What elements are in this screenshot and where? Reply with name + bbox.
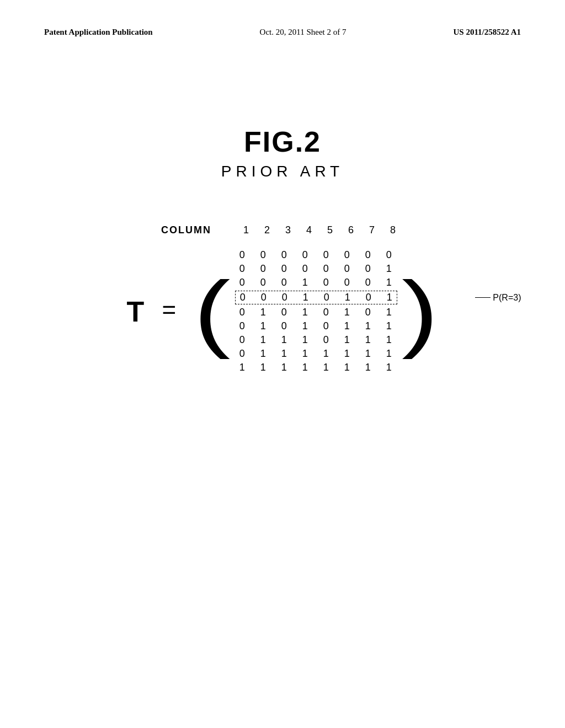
matrix-cell: 0 — [279, 263, 289, 275]
matrix-cell: 1 — [342, 362, 352, 373]
matrix-cell: 1 — [258, 307, 268, 318]
matrix-cell: 0 — [363, 277, 373, 288]
matrix-cell: 0 — [237, 307, 247, 318]
matrix-cell: 0 — [321, 320, 331, 332]
p-line — [475, 297, 491, 298]
matrix-cell: 1 — [384, 320, 394, 332]
header: Patent Application Publication Oct. 20, … — [44, 28, 521, 37]
matrix-cell: 1 — [363, 348, 373, 360]
figure-title-area: FIG.2 PRIOR ART — [44, 125, 521, 180]
matrix-cell: 0 — [300, 249, 310, 261]
column-number: 3 — [283, 224, 293, 236]
matrix-cell: 1 — [258, 362, 268, 373]
matrix-cell: 0 — [237, 249, 247, 261]
matrix-cell: 1 — [300, 307, 310, 318]
column-numbers: 12345678 — [233, 224, 398, 236]
matrix-cell: 1 — [363, 320, 373, 332]
matrix-data-row: 01110111 — [237, 334, 395, 346]
matrix-cell: 0 — [300, 263, 310, 275]
matrix-cell: 0 — [321, 249, 331, 261]
matrix-cell: 1 — [385, 292, 395, 303]
matrix-cell: 1 — [279, 348, 289, 360]
matrix-cell: 0 — [279, 277, 289, 288]
matrix-cell: 0 — [322, 292, 332, 303]
matrix-cell: 0 — [384, 249, 394, 261]
matrix-wrapper: ( 00000000000000010001000100010101010101… — [194, 246, 438, 377]
matrix-data-row: 11111111 — [237, 362, 395, 373]
matrix-cell: 1 — [300, 362, 310, 373]
matrix-cell: 0 — [237, 348, 247, 360]
matrix-cell: 0 — [364, 292, 374, 303]
column-number: 5 — [325, 224, 335, 236]
matrix-bracket-left: ( — [194, 269, 231, 355]
matrix-bracket-right: ) — [402, 269, 439, 355]
matrix-cell: 0 — [321, 263, 331, 275]
matrix-cell: 1 — [279, 362, 289, 373]
diagram-area: COLUMN 12345678 T = ( 000000000000000100… — [44, 224, 521, 377]
matrix-cell: 1 — [343, 292, 353, 303]
matrix-cell: 0 — [279, 307, 289, 318]
matrix-cell: 1 — [258, 348, 268, 360]
column-number: 4 — [304, 224, 314, 236]
matrix-cell: 1 — [342, 307, 352, 318]
matrix-data-row: 01111111 — [237, 348, 395, 360]
header-patent-number: US 2011/258522 A1 — [453, 28, 521, 37]
matrix-cell: 0 — [363, 249, 373, 261]
matrix-cell: 0 — [237, 263, 247, 275]
matrix-cell: 1 — [300, 320, 310, 332]
header-date-sheet: Oct. 20, 2011 Sheet 2 of 7 — [260, 28, 347, 37]
matrix-cell: 1 — [384, 307, 394, 318]
page: Patent Application Publication Oct. 20, … — [0, 0, 565, 728]
header-publication-label: Patent Application Publication — [44, 28, 153, 37]
matrix-cell: 1 — [279, 334, 289, 346]
matrix-cell: 0 — [321, 277, 331, 288]
column-label: COLUMN — [156, 224, 211, 236]
matrix-cell: 1 — [300, 334, 310, 346]
column-number: 2 — [262, 224, 272, 236]
matrix-data-row: 00000000 — [237, 249, 395, 261]
matrix-cell: 0 — [237, 320, 247, 332]
matrix-cell: 0 — [258, 249, 268, 261]
matrix-cell: 0 — [363, 263, 373, 275]
column-number: 1 — [241, 224, 251, 236]
matrix-cell: 1 — [342, 348, 352, 360]
matrix-cell: 1 — [301, 292, 311, 303]
column-number: 6 — [346, 224, 356, 236]
matrix-cell: 1 — [300, 277, 310, 288]
matrix-cell: 1 — [300, 348, 310, 360]
p-annotation: P(R=3) — [475, 293, 521, 303]
matrix-cell: 1 — [321, 362, 331, 373]
matrix-cell: 0 — [259, 292, 269, 303]
matrix-container: ( 00000000000000010001000100010101010101… — [194, 246, 438, 377]
matrix-cell: 1 — [384, 263, 394, 275]
matrix-cell: 1 — [342, 334, 352, 346]
matrix-cell: 0 — [342, 277, 352, 288]
matrix-cell: 0 — [258, 263, 268, 275]
matrix-cell: 1 — [237, 362, 247, 373]
matrix-data-row: 01010101 — [237, 307, 395, 318]
matrix-cell: 1 — [384, 348, 394, 360]
column-label-row: COLUMN 12345678 — [156, 224, 398, 236]
matrix-inner: 0000000000000001000100010001010101010101… — [232, 246, 401, 377]
matrix-cell: 0 — [280, 292, 290, 303]
matrix-cell: 0 — [237, 277, 247, 288]
matrix-cell: 1 — [321, 348, 331, 360]
p-annotation-text: P(R=3) — [493, 293, 521, 303]
matrix-cell: 0 — [238, 292, 248, 303]
figure-title: FIG.2 — [44, 125, 521, 158]
t-variable-label: T — [127, 295, 145, 328]
matrix-cell: 0 — [258, 277, 268, 288]
matrix-cell: 1 — [384, 362, 394, 373]
matrix-cell: 1 — [363, 334, 373, 346]
matrix-cell: 1 — [258, 320, 268, 332]
matrix-cell: 1 — [258, 334, 268, 346]
matrix-cell: 1 — [384, 277, 394, 288]
matrix-data-row: 00000001 — [237, 263, 395, 275]
matrix-cell: 1 — [342, 320, 352, 332]
matrix-data-row: 00010001 — [237, 277, 395, 288]
matrix-cell: 0 — [237, 334, 247, 346]
matrix-cell: 0 — [321, 307, 331, 318]
column-number: 8 — [388, 224, 398, 236]
matrix-data-row: 00010101 — [235, 291, 397, 304]
matrix-cell: 1 — [384, 334, 394, 346]
